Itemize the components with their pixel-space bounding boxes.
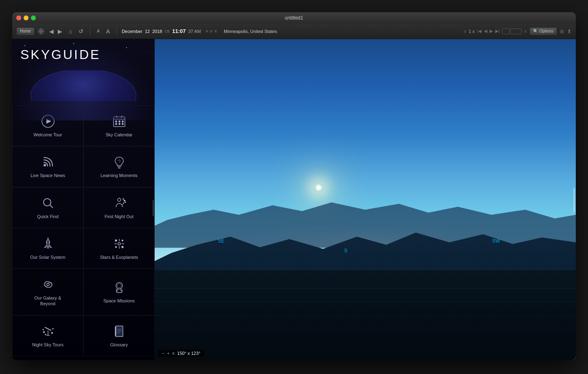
sidebar-item-label: Night Sky Tours: [32, 342, 63, 348]
svg-point-19: [44, 199, 51, 206]
svg-point-24: [123, 199, 124, 199]
menu-button[interactable]: ≡: [172, 351, 175, 356]
sidebar-item-night-sky-tours[interactable]: Night Sky Tours: [12, 315, 83, 356]
svg-rect-11: [119, 123, 120, 125]
svg-line-18: [119, 161, 120, 163]
view-icon-1[interactable]: [502, 28, 509, 34]
refresh-button[interactable]: ↺: [77, 27, 85, 35]
sidebar-item-live-space-news[interactable]: Live Space News: [12, 146, 83, 187]
sidebar-scrollbar[interactable]: [153, 200, 154, 216]
sidebar-item-label: Our Galaxy &Beyond: [34, 295, 61, 307]
date-day: 12: [145, 29, 150, 34]
sidebar-item-stars-exoplanets[interactable]: Stars & Exoplanets: [83, 228, 155, 269]
sidebar-item-glossary[interactable]: Glossary: [83, 315, 155, 356]
lightbulb-icon: [112, 155, 127, 169]
time-display: 11:07: [172, 28, 186, 34]
main-view[interactable]: SE S SW − + ≡ 150° x 123°: [155, 39, 576, 360]
sidebar-item-label: Welcome Tour: [34, 132, 62, 138]
sidebar: SKYGUIDE Welcome Tour: [12, 39, 155, 360]
nav-buttons: ◀ ▶: [48, 27, 64, 35]
sidebar-item-label: Quick Find: [37, 214, 59, 219]
svg-point-21: [118, 198, 121, 201]
svg-line-22: [122, 202, 124, 205]
playback-speed: 1 x: [469, 29, 475, 34]
view-icon-2[interactable]: [510, 28, 522, 34]
sidebar-grid: Welcome Tour: [12, 101, 155, 360]
playback-controls: ≡ ∨ ∧: [206, 28, 217, 34]
svg-point-23: [124, 200, 125, 201]
svg-rect-49: [116, 326, 123, 337]
svg-point-31: [118, 243, 120, 245]
calendar-icon: [112, 114, 127, 129]
compass-se-label: SE: [218, 238, 224, 244]
sidebar-item-learning-moments[interactable]: Learning Moments: [83, 146, 155, 187]
compass-sw-label: SW: [492, 238, 500, 244]
zoom-out-button[interactable]: −: [162, 351, 164, 356]
font-large-button[interactable]: A: [105, 27, 111, 35]
content-area: SKYGUIDE Welcome Tour: [12, 39, 576, 360]
sidebar-item-label: Space Missions: [103, 298, 135, 304]
svg-marker-2: [46, 119, 51, 124]
sidebar-item-label: Sky Calendar: [105, 132, 132, 138]
app-logo: SKYGUIDE: [20, 47, 146, 62]
sidebar-item-label: First Night Out: [105, 214, 133, 219]
location-display: Minneapolis, United States: [224, 29, 277, 34]
svg-line-39: [117, 289, 118, 291]
home-icon-button[interactable]: ⌂: [67, 27, 74, 35]
zoom-in-button[interactable]: +: [167, 351, 169, 356]
sidebar-item-welcome-tour[interactable]: Welcome Tour: [12, 105, 83, 146]
svg-point-44: [43, 331, 44, 332]
time-suffix: 37 AM: [188, 29, 201, 34]
sidebar-item-first-night-out[interactable]: First Night Out: [83, 187, 155, 228]
svg-line-16: [118, 160, 119, 161]
toolbar-right: ≡ 1 x |◀ ◀ ▶ ▶| ≡ 🔍 Options ⊗ ⬆: [463, 27, 572, 35]
sidebar-item-solar-system[interactable]: Our Solar System: [12, 228, 83, 269]
separator-2: [116, 27, 117, 35]
planet-arc: [31, 70, 136, 101]
title-bar: untitled1: [12, 12, 576, 24]
window-title: untitled1: [285, 15, 303, 21]
font-small-button[interactable]: A: [95, 28, 101, 34]
globe-icon: [38, 28, 44, 35]
forward-button[interactable]: ▶: [56, 27, 64, 35]
back-button[interactable]: ◀: [48, 27, 55, 35]
svg-rect-9: [122, 121, 123, 122]
date-year: 2018: [152, 29, 162, 34]
svg-line-40: [120, 289, 121, 291]
sidebar-item-label: Glossary: [110, 342, 128, 348]
svg-rect-12: [122, 123, 123, 125]
sidebar-item-space-missions[interactable]: Space Missions: [83, 269, 155, 315]
svg-point-37: [116, 282, 122, 289]
svg-line-41: [45, 327, 51, 330]
sidebar-item-quick-find[interactable]: Quick Find: [12, 187, 83, 228]
svg-point-47: [51, 332, 52, 333]
sidebar-item-galaxy[interactable]: Our Galaxy &Beyond: [12, 269, 83, 315]
svg-point-34: [115, 246, 116, 247]
minimize-button[interactable]: [24, 15, 28, 20]
sidebar-item-label: Our Solar System: [30, 254, 66, 260]
rss-icon: [41, 155, 55, 169]
close-button[interactable]: [16, 15, 21, 20]
planet-decoration: [12, 70, 155, 101]
svg-line-20: [50, 205, 53, 208]
date-display: December 12 2018 CE 11:07 37 AM: [122, 28, 201, 34]
sidebar-item-sky-calendar[interactable]: Sky Calendar: [83, 105, 155, 146]
galaxy-icon: [41, 277, 55, 292]
svg-point-45: [45, 334, 46, 335]
rocket-icon: [41, 236, 55, 251]
compass-s-label: S: [344, 248, 348, 254]
toolbar: Home ◀ ▶ ⌂ ↺ A A December 12 2018 CE 11:…: [12, 24, 576, 39]
svg-point-46: [43, 329, 44, 330]
zoom-bar: − + ≡ 150° x 123°: [158, 350, 204, 357]
svg-point-13: [44, 164, 46, 166]
svg-point-35: [122, 246, 123, 248]
star-cluster-icon: [112, 236, 127, 251]
separator-1: [90, 27, 90, 35]
maximize-button[interactable]: [31, 15, 36, 20]
telescope-stars-icon: [41, 324, 55, 339]
sidebar-header: SKYGUIDE: [12, 39, 155, 66]
home-button[interactable]: Home: [16, 27, 35, 35]
svg-rect-8: [119, 121, 120, 122]
mountains-far: [155, 175, 576, 248]
options-button[interactable]: 🔍 Options: [529, 27, 557, 35]
